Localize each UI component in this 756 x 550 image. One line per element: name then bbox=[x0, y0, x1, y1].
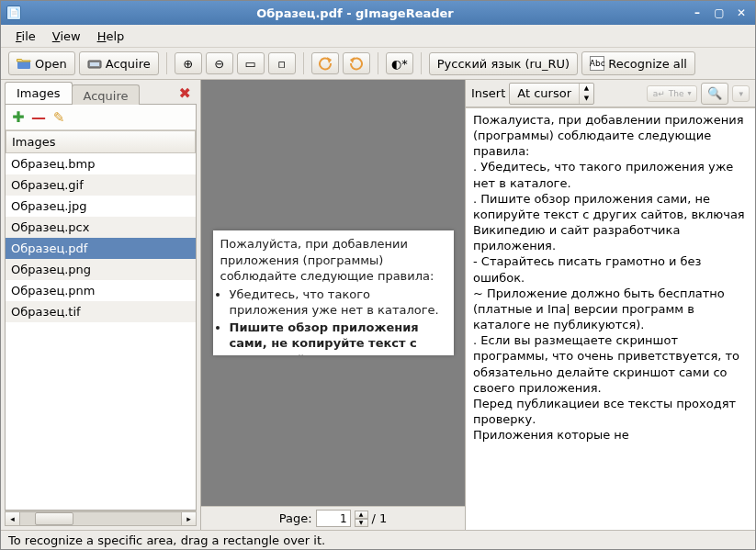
sources-tab-body: ✚ — ✎ Images Образец.bmpОбразец.gifОбраз… bbox=[5, 104, 197, 511]
preview-line: Убедитесь, что такого приложения уже нет… bbox=[230, 286, 446, 319]
page-preview: Пожалуйста, при добавлении приложения (п… bbox=[213, 230, 454, 355]
open-label: Open bbox=[35, 57, 67, 71]
titlebar: 📄 Образец.pdf - gImageReader – ▢ ✕ bbox=[1, 1, 755, 25]
tab-acquire[interactable]: Acquire bbox=[72, 84, 141, 105]
close-button[interactable]: ✕ bbox=[733, 6, 750, 20]
find-replace-button[interactable]: 🔍 bbox=[701, 83, 728, 105]
menu-view[interactable]: View bbox=[45, 27, 88, 46]
chevron-up-icon: ▲ bbox=[580, 84, 593, 94]
file-item[interactable]: Образец.pdf bbox=[6, 238, 196, 259]
zoom-out-icon: ⊖ bbox=[212, 56, 227, 71]
controls-button[interactable]: ◐* bbox=[386, 52, 413, 74]
output-line: Пожалуиста, при добавлении приложения (п… bbox=[473, 112, 750, 159]
chevron-down-icon: ▾ bbox=[687, 89, 691, 97]
output-line: ~ Приложение должно быть бесплатно (плат… bbox=[473, 286, 750, 332]
language-label: Русский язык (ru_RU) bbox=[437, 57, 570, 71]
rotate-right-icon bbox=[349, 56, 364, 71]
chevron-down-icon: ▾ bbox=[739, 89, 743, 98]
status-text: To recognize a specific area, drag a rec… bbox=[8, 533, 325, 547]
output-panel: Insert At cursor ▲▼ a↵The ▾ 🔍 ▾ Пожалуис… bbox=[466, 80, 755, 530]
scroll-thumb[interactable] bbox=[35, 512, 73, 525]
zoom-fit-button[interactable]: ▭ bbox=[237, 52, 265, 74]
file-item[interactable]: Образец.gif bbox=[6, 174, 196, 196]
preview-line: Пожалуйста, при добавлении приложения (п… bbox=[220, 236, 446, 285]
scroll-track[interactable] bbox=[20, 511, 181, 526]
menu-file[interactable]: File bbox=[8, 27, 43, 46]
sources-tabs: Images Acquire ✖ bbox=[1, 80, 200, 104]
zoom-in-button[interactable]: ⊕ bbox=[175, 52, 202, 74]
language-selector[interactable]: Русский язык (ru_RU) bbox=[429, 52, 578, 75]
output-line: Приложения которые не bbox=[473, 427, 750, 443]
zoom-in-icon: ⊕ bbox=[181, 56, 196, 71]
acquire-label: Acquire bbox=[106, 57, 151, 71]
page-number-input[interactable] bbox=[316, 510, 351, 527]
file-item[interactable]: Образец.pcx bbox=[6, 217, 196, 238]
scroll-right-arrow[interactable]: ▸ bbox=[181, 511, 197, 526]
close-panel-button[interactable]: ✖ bbox=[174, 83, 197, 104]
zoom-out-button[interactable]: ⊖ bbox=[206, 52, 233, 74]
zoom-original-button[interactable]: ▫ bbox=[268, 52, 296, 74]
maximize-button[interactable]: ▢ bbox=[711, 6, 728, 20]
svg-rect-1 bbox=[90, 62, 99, 66]
sources-toolbar: ✚ — ✎ bbox=[6, 105, 196, 130]
open-button[interactable]: Open bbox=[8, 51, 75, 75]
insert-label: Insert bbox=[471, 86, 505, 100]
preview-line: Пишите обзор приложения сами, не копируй… bbox=[230, 320, 446, 355]
spin-up-icon[interactable]: ▲ bbox=[355, 511, 368, 519]
chevron-down-icon: ▼ bbox=[580, 94, 593, 104]
search-icon: 🔍 bbox=[707, 86, 722, 101]
scroll-left-arrow[interactable]: ◂ bbox=[5, 511, 20, 526]
spin-down-icon[interactable]: ▼ bbox=[355, 519, 368, 527]
menu-help[interactable]: Help bbox=[90, 27, 132, 46]
file-item[interactable]: Образец.pnm bbox=[6, 280, 196, 301]
file-item[interactable]: Образец.jpg bbox=[6, 196, 196, 217]
page-navigation: Page: ▲▼ / 1 bbox=[201, 506, 465, 530]
abc-icon: Abc bbox=[590, 56, 604, 71]
folder-open-icon bbox=[17, 56, 31, 71]
recognize-all-button[interactable]: Abc Recognize all bbox=[581, 51, 695, 75]
output-toolbar: Insert At cursor ▲▼ a↵The ▾ 🔍 ▾ bbox=[466, 80, 755, 107]
sources-panel: Images Acquire ✖ ✚ — ✎ Images Образец.bm… bbox=[1, 80, 201, 530]
clear-icon[interactable]: ✎ bbox=[51, 110, 66, 125]
file-item[interactable]: Образец.tif bbox=[6, 301, 196, 322]
app-icon: 📄 bbox=[6, 6, 21, 20]
separator bbox=[378, 52, 378, 74]
page-canvas[interactable]: Пожалуйста, при добавлении приложения (п… bbox=[201, 80, 465, 506]
output-line: . Убедитесь, что такого приложения уже н… bbox=[473, 159, 750, 190]
document-viewer: Пожалуйста, при добавлении приложения (п… bbox=[201, 80, 466, 530]
separator bbox=[421, 52, 422, 74]
minimize-button[interactable]: – bbox=[689, 6, 705, 20]
output-line: . Если вы размещаете скриншот программы,… bbox=[473, 332, 750, 396]
more-button[interactable]: ▾ bbox=[732, 85, 750, 102]
rotate-right-button[interactable] bbox=[343, 52, 370, 74]
acquire-button[interactable]: Acquire bbox=[79, 51, 159, 75]
rotate-left-button[interactable] bbox=[311, 52, 339, 74]
window-title: Образец.pdf - gImageReader bbox=[27, 6, 683, 20]
linebreak-icon: a↵ bbox=[653, 89, 665, 98]
scanner-icon bbox=[87, 56, 102, 71]
insert-mode-combo[interactable]: At cursor ▲▼ bbox=[509, 83, 594, 105]
brightness-icon: ◐* bbox=[392, 56, 407, 71]
statusbar: To recognize a specific area, drag a rec… bbox=[1, 530, 755, 549]
content-area: Images Acquire ✖ ✚ — ✎ Images Образец.bm… bbox=[1, 80, 755, 530]
file-item[interactable]: Образец.png bbox=[6, 259, 196, 280]
insert-mode-value: At cursor bbox=[510, 86, 579, 100]
separator bbox=[303, 52, 304, 74]
output-line: - Старайтесь писать грамотно и без ошибо… bbox=[473, 253, 750, 285]
tab-images[interactable]: Images bbox=[5, 82, 73, 104]
output-line: Перед публикациеи все тексты проходят пр… bbox=[473, 396, 750, 427]
output-line: . Пишите обзор приложения сами, не копир… bbox=[473, 191, 750, 254]
add-icon[interactable]: ✚ bbox=[11, 110, 26, 125]
page-total: / 1 bbox=[372, 511, 388, 525]
images-list-header[interactable]: Images bbox=[6, 130, 196, 153]
strip-linebreaks-button[interactable]: a↵The ▾ bbox=[647, 85, 698, 102]
fit-page-icon: ▭ bbox=[243, 56, 258, 71]
original-size-icon: ▫ bbox=[275, 56, 289, 71]
file-item[interactable]: Образец.bmp bbox=[6, 153, 196, 174]
page-spinner[interactable]: ▲▼ bbox=[355, 511, 368, 527]
file-list[interactable]: Образец.bmpОбразец.gifОбразец.jpgОбразец… bbox=[6, 153, 196, 510]
recognized-text[interactable]: Пожалуиста, при добавлении приложения (п… bbox=[466, 107, 755, 530]
horizontal-scrollbar[interactable]: ◂ ▸ bbox=[5, 511, 197, 526]
rotate-left-icon bbox=[318, 56, 333, 71]
remove-icon[interactable]: — bbox=[31, 110, 46, 125]
